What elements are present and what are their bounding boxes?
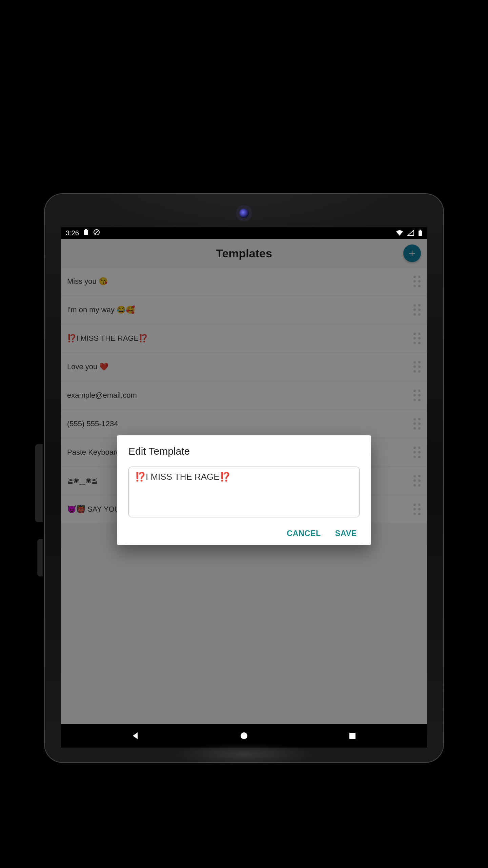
svg-rect-4 (419, 231, 422, 236)
system-nav-bar (61, 724, 427, 748)
circle-home-icon (240, 731, 248, 740)
device-screen: 3:26 (61, 227, 427, 748)
edit-template-dialog: Edit Template CANCEL SAVE (117, 435, 371, 545)
nav-recents-button[interactable] (319, 724, 386, 748)
nav-back-button[interactable] (102, 724, 169, 748)
svg-rect-0 (84, 230, 88, 235)
svg-rect-1 (85, 229, 87, 230)
wifi-icon (396, 230, 403, 236)
app-area: Templates Miss you 😘 I'm on my way 😂🥰 (61, 239, 427, 724)
save-button[interactable]: SAVE (335, 529, 357, 538)
tablet-frame: 3:26 (44, 193, 444, 763)
svg-rect-7 (349, 733, 355, 739)
modal-overlay[interactable]: Edit Template CANCEL SAVE (61, 239, 427, 724)
nav-home-button[interactable] (210, 724, 278, 748)
dialog-title: Edit Template (128, 446, 360, 457)
cell-signal-icon (407, 230, 414, 236)
svg-point-6 (241, 732, 247, 739)
no-sim-icon (93, 229, 100, 237)
battery-icon (418, 230, 422, 236)
front-camera (239, 209, 249, 218)
svg-line-3 (95, 230, 99, 234)
triangle-back-icon (131, 731, 140, 740)
template-input[interactable] (128, 467, 360, 517)
status-time: 3:26 (66, 229, 79, 237)
dialog-actions: CANCEL SAVE (128, 529, 360, 538)
cancel-button[interactable]: CANCEL (287, 529, 321, 538)
clipboard-icon (83, 229, 89, 237)
status-bar: 3:26 (61, 227, 427, 239)
svg-rect-5 (420, 230, 421, 231)
square-recents-icon (348, 732, 357, 740)
